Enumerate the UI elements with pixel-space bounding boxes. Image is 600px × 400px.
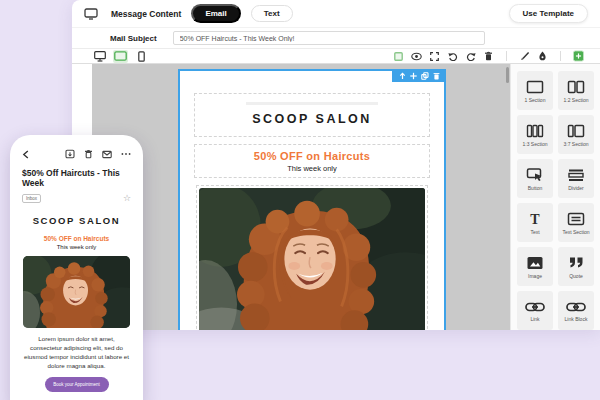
inbox-badge: Inbox	[22, 194, 41, 203]
toolbar-actions	[393, 51, 584, 62]
canvas-workspace: SCOOP SALON 50% OFF on Haircuts This wee…	[92, 64, 510, 330]
one-section-icon	[526, 79, 544, 95]
preview-eye-icon[interactable]	[411, 51, 422, 62]
mail-icon	[102, 150, 112, 159]
email-editor-panel: Message Content Email Text Use Template …	[72, 0, 600, 330]
message-preview-icon	[84, 8, 98, 20]
ink-style-icon[interactable]	[537, 51, 548, 62]
phone-hero-photo	[23, 256, 130, 328]
subject-row: Mail Subject	[72, 27, 600, 48]
workspace-scrollbar[interactable]	[506, 67, 509, 83]
tablet-icon[interactable]	[113, 50, 128, 63]
mobile-preview-mockup: $50% Off Haircuts - This Week Inbox ☆ SC…	[10, 135, 143, 400]
palette-block-1-3-section[interactable]: 1:3 Section	[517, 115, 553, 154]
three-seven-section-icon	[567, 123, 585, 139]
duplicate-icon[interactable]	[421, 72, 429, 80]
mail-subject-input[interactable]	[173, 31, 485, 45]
trash-icon	[84, 149, 93, 159]
palette-block-label: Quote	[569, 273, 583, 279]
palette-block-text-section[interactable]: Text Section	[558, 203, 594, 242]
archive-icon	[65, 149, 75, 159]
hero-photo	[199, 188, 425, 330]
block-toolbar	[392, 70, 446, 82]
use-template-button[interactable]: Use Template	[509, 4, 588, 23]
phone-brand-logo: SCOOP SALON	[10, 215, 143, 226]
palette-block-label: Button	[528, 185, 542, 191]
app-background: Message Content Email Text Use Template …	[0, 0, 600, 400]
toolbar-divider	[560, 51, 561, 61]
palette-block-label: Divider	[568, 185, 584, 191]
phone-body-text: Lorem ipsum dolor sit amet, consectetur …	[23, 335, 130, 371]
tab-email[interactable]: Email	[191, 4, 240, 23]
palette-block-3-7-section[interactable]: 3:7 Section	[558, 115, 594, 154]
block-palette-sidebar: 1 Section 1:2 Section 1:3 Section 3:7 Se…	[510, 64, 600, 330]
image-block[interactable]	[196, 185, 428, 330]
section-label: Message Content	[111, 9, 181, 19]
palette-block-label: Link Block	[565, 316, 588, 322]
offer-text-block[interactable]: 50% OFF on Haircuts This week only	[194, 144, 430, 178]
draw-pen-icon[interactable]	[519, 51, 530, 62]
palette-block-link[interactable]: Link	[517, 291, 553, 330]
palette-block-divider[interactable]: Divider	[558, 159, 594, 198]
palette-block-label: Link	[530, 316, 539, 322]
palette-block-label: 3:7 Section	[563, 141, 588, 147]
offer-subheadline: This week only	[195, 164, 429, 173]
phone-chip-row: Inbox ☆	[10, 188, 143, 203]
text-icon: T	[526, 211, 544, 227]
phone-offer-subheadline: This week only	[10, 244, 143, 250]
palette-block-image[interactable]: Image	[517, 247, 553, 286]
fullscreen-icon[interactable]	[429, 51, 440, 62]
clipped-text-sliver	[246, 102, 378, 105]
quote-icon	[567, 255, 585, 271]
delete-icon[interactable]	[483, 51, 494, 62]
link-block-icon	[566, 300, 586, 314]
more-icon	[121, 152, 131, 156]
move-icon[interactable]	[410, 72, 417, 80]
add-block-icon[interactable]	[573, 51, 584, 62]
palette-block-button[interactable]: Button	[517, 159, 553, 198]
phone-mail-header	[10, 135, 143, 159]
text-section-icon	[567, 211, 585, 227]
toolbar-divider	[506, 51, 507, 61]
mail-subject-label: Mail Subject	[110, 34, 157, 43]
desktop-icon[interactable]	[92, 50, 107, 63]
back-icon	[22, 150, 30, 159]
palette-block-label: Text	[530, 229, 539, 235]
canvas-toolbar	[72, 48, 600, 64]
palette-block-link-block[interactable]: Link Block	[558, 291, 594, 330]
svg-text:T: T	[530, 212, 540, 227]
move-up-icon[interactable]	[399, 72, 406, 80]
palette-block-label: 1:3 Section	[522, 141, 547, 147]
phone-offer-headline: 50% OFF on Haircuts	[10, 235, 143, 242]
email-canvas-selected-section[interactable]: SCOOP SALON 50% OFF on Haircuts This wee…	[178, 69, 446, 330]
tab-text[interactable]: Text	[251, 5, 293, 22]
book-appointment-button: Book your Appointment	[45, 377, 109, 392]
image-block-icon	[526, 255, 544, 271]
palette-block-1-section[interactable]: 1 Section	[517, 71, 553, 110]
one-three-section-icon	[526, 123, 544, 139]
palette-block-label: 1 Section	[525, 97, 546, 103]
editor-top-bar: Message Content Email Text Use Template	[72, 0, 600, 27]
star-icon: ☆	[123, 193, 131, 203]
palette-block-1-2-section[interactable]: 1:2 Section	[558, 71, 594, 110]
one-two-section-icon	[567, 79, 585, 95]
mobile-icon[interactable]	[134, 50, 149, 63]
undo-icon[interactable]	[447, 51, 458, 62]
offer-headline: 50% OFF on Haircuts	[195, 150, 429, 162]
palette-block-quote[interactable]: Quote	[558, 247, 594, 286]
brand-logo-text: SCOOP SALON	[195, 112, 429, 126]
redo-icon[interactable]	[465, 51, 476, 62]
palette-block-label: Text Section	[562, 229, 589, 235]
divider-icon	[567, 167, 585, 183]
logo-block[interactable]: SCOOP SALON	[194, 93, 430, 137]
delete-block-icon[interactable]	[433, 72, 440, 80]
palette-block-label: Image	[528, 273, 542, 279]
palette-block-label: 1:2 Section	[563, 97, 588, 103]
link-icon	[525, 300, 545, 314]
button-block-icon	[526, 167, 544, 183]
highlight-blocks-icon[interactable]	[393, 51, 404, 62]
phone-mail-subject: $50% Off Haircuts - This Week	[10, 159, 143, 188]
palette-block-text[interactable]: T Text	[517, 203, 553, 242]
device-switcher	[92, 50, 149, 63]
